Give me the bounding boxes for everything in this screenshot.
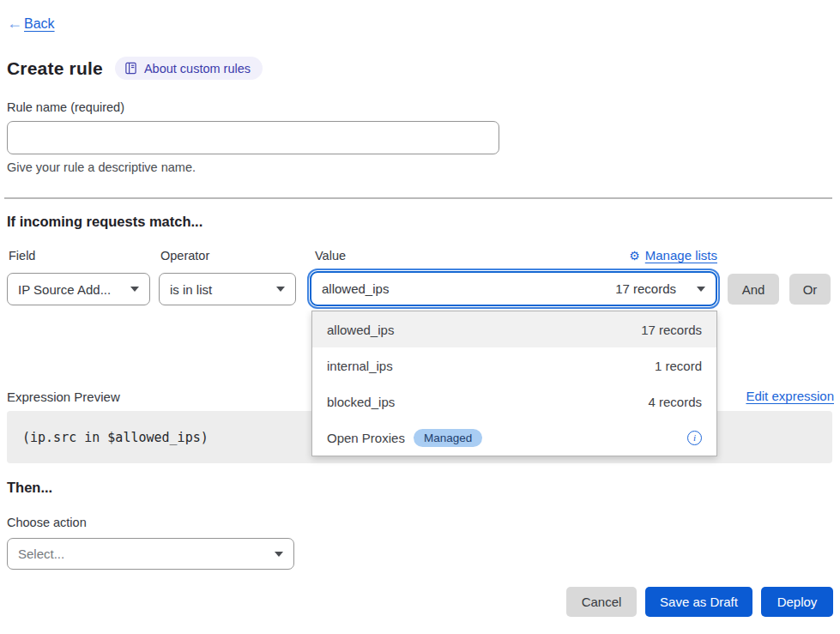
rule-name-input[interactable] <box>7 121 499 154</box>
save-as-draft-button[interactable]: Save as Draft <box>645 587 752 617</box>
rule-name-label: Rule name (required) <box>7 100 124 114</box>
expression-preview-label: Expression Preview <box>7 389 120 404</box>
then-section-heading: Then... <box>7 480 52 496</box>
action-select-placeholder: Select... <box>18 546 64 561</box>
chevron-down-icon <box>130 287 139 292</box>
list-option-open-proxies[interactable]: Open Proxies Managed i <box>312 420 716 456</box>
choose-action-label: Choose action <box>7 516 87 529</box>
title-row: Create rule About custom rules <box>7 57 263 80</box>
manage-lists-link[interactable]: ⚙ Manage lists <box>629 248 717 263</box>
value-select-dropdown: allowed_ips 17 records internal_ips 1 re… <box>311 311 717 456</box>
cancel-button[interactable]: Cancel <box>566 587 637 617</box>
field-column-label: Field <box>9 249 35 263</box>
chevron-down-icon <box>697 287 705 292</box>
and-button[interactable]: And <box>728 274 779 305</box>
value-select[interactable]: allowed_ips 17 records <box>310 271 717 306</box>
about-badge-label: About custom rules <box>144 62 251 75</box>
operator-select-value: is in list <box>170 282 212 297</box>
operator-select[interactable]: is in list <box>159 273 296 305</box>
action-select[interactable]: Select... <box>7 538 294 570</box>
rule-name-helper-text: Give your rule a descriptive name. <box>7 160 196 174</box>
operator-column-label: Operator <box>160 249 209 263</box>
list-option-name: internal_ips <box>327 359 393 373</box>
value-select-value: allowed_ips <box>322 281 389 296</box>
chevron-down-icon <box>275 552 283 557</box>
list-option-name: Open Proxies <box>327 431 405 445</box>
value-select-record-count: 17 records <box>615 281 688 296</box>
chevron-down-icon <box>276 287 285 292</box>
back-link[interactable]: ←Back <box>7 15 55 33</box>
field-select[interactable]: IP Source Add... <box>7 273 150 305</box>
list-option-allowed-ips[interactable]: allowed_ips 17 records <box>312 311 716 347</box>
info-icon[interactable]: i <box>687 431 702 445</box>
value-column-label: Value <box>315 249 346 263</box>
list-option-count: 17 records <box>641 323 702 337</box>
deploy-button[interactable]: Deploy <box>761 587 833 617</box>
field-select-value: IP Source Add... <box>18 282 111 297</box>
manage-lists-label: Manage lists <box>645 248 717 263</box>
match-section-heading: If incoming requests match... <box>7 214 202 230</box>
list-option-internal-ips[interactable]: internal_ips 1 record <box>312 347 716 383</box>
book-icon <box>124 62 137 75</box>
expression-code: (ip.src in $allowed_ips) <box>22 430 208 445</box>
back-arrow-icon: ← <box>7 15 22 33</box>
managed-badge: Managed <box>414 429 482 447</box>
list-option-name: blocked_ips <box>327 395 395 409</box>
section-divider <box>4 197 832 199</box>
page-title: Create rule <box>7 58 103 79</box>
list-option-count: 4 records <box>648 395 702 409</box>
list-option-blocked-ips[interactable]: blocked_ips 4 records <box>312 383 716 420</box>
edit-expression-link[interactable]: Edit expression <box>746 389 834 403</box>
gear-icon: ⚙ <box>629 250 640 262</box>
about-custom-rules-link[interactable]: About custom rules <box>115 57 263 80</box>
or-button[interactable]: Or <box>789 274 831 305</box>
back-link-label: Back <box>24 16 55 32</box>
list-option-name: allowed_ips <box>327 323 394 337</box>
list-option-count: 1 record <box>655 359 702 373</box>
